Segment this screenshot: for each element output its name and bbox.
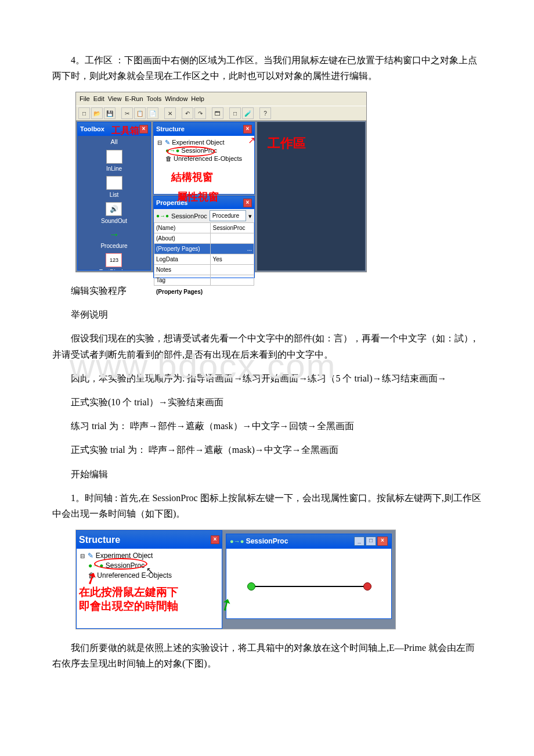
tb-cut[interactable]: ✂ (121, 107, 133, 119)
tb-sep (207, 107, 211, 118)
properties-annotation: 屬性視窗 (177, 188, 219, 206)
workarea-2: ●→● SessionProc _ □ × ➚ (222, 530, 395, 629)
table-row[interactable]: (About) (154, 233, 254, 244)
experiment-icon: ✎ (88, 552, 93, 560)
tb-sep (177, 107, 181, 118)
tb-paste[interactable]: 📄 (147, 107, 158, 119)
table-row-selected[interactable]: (Property Pages)... (154, 244, 254, 254)
tb-help[interactable]: ? (259, 107, 271, 119)
menu-erun[interactable]: E-Run (125, 93, 143, 105)
menu-tools[interactable]: Tools (147, 93, 162, 105)
paragraph-5: 因此，本实验的呈现顺序为: 指导语画面→练习开始画面→练习（5 个 trial)… (52, 370, 482, 386)
toolbox-item-label: TextDisplay (99, 267, 129, 270)
paragraph-9: 开始编辑 (52, 466, 482, 482)
tree-root-label: Experiment Object (172, 139, 224, 146)
toolbox-item-inline[interactable]: ≡ InLine (106, 150, 122, 174)
timeline-canvas[interactable]: ➚ (226, 549, 391, 618)
toolbox-item-soundout[interactable]: 🔊 SoundOut (101, 202, 127, 226)
paragraph-4: 假设我们现在的实验，想请受试者先看一个中文字中的部件(如：言），再看一个中文字（… (52, 330, 482, 362)
menubar: File Edit View E-Run Tools Window Help (76, 92, 366, 106)
table-row[interactable]: Tag (154, 275, 254, 286)
structure-title-text: Structure (79, 532, 120, 548)
timeline-start-dot[interactable] (247, 582, 255, 591)
toolbox-item-label: InLine (106, 164, 122, 174)
table-row[interactable]: (Name)SessionProc (154, 223, 254, 233)
structure-title-text: Structure (156, 124, 185, 135)
dropdown-name: SessionProc (171, 211, 207, 222)
paragraph-10: 1。时间轴 : 首先,在 SessionProc 图标上按鼠标左键一下，会出现属… (52, 490, 482, 521)
tree-sessionproc[interactable]: ●→● SessionProc (157, 146, 251, 154)
tree-root[interactable]: ⊟ ✎ Experiment Object (157, 138, 251, 146)
tb-copy[interactable]: 📋 (134, 107, 146, 119)
paragraph-6: 正式实验(10 个 trial）→实验结束画面 (52, 394, 482, 410)
hint-line-2: 即會出現空的時間軸 (77, 599, 222, 613)
structure-title: Structure × (154, 123, 254, 136)
paragraph-2: 编辑实验程序 (52, 283, 482, 298)
maximize-button[interactable]: □ (366, 537, 376, 546)
menu-file[interactable]: File (80, 93, 90, 105)
table-row[interactable]: LogDataYes (154, 254, 254, 265)
toolbox-item-label: SoundOut (101, 216, 127, 226)
list-icon: ▦ (106, 176, 122, 190)
tree-session-label: SessionProc (106, 561, 145, 570)
tb-open[interactable]: 📂 (91, 107, 103, 119)
toolbar: □ 📂 💾 ✂ 📋 📄 ✕ ↶ ↷ 🗔 □ 🧪 ? (76, 106, 366, 121)
paragraph-1: 4。工作区 ：下图画面中右侧的区域为工作区。当我们用鼠标左键在已放置于结构窗口中… (52, 52, 482, 84)
procedure-icon: ●→● (230, 538, 244, 545)
tb-save[interactable]: 💾 (104, 107, 116, 119)
table-row[interactable]: Notes (154, 265, 254, 275)
procedure-icon: ●→● (88, 561, 104, 570)
toolbox-all-tab[interactable]: All (78, 136, 150, 148)
toolbox-item-list[interactable]: ▦ List (106, 176, 122, 200)
tree-unref-2[interactable]: 🗑 Unreferenced E-Objects (80, 571, 218, 581)
workarea: 工作區 (257, 122, 365, 271)
toolbox-panel: Toolbox × 工具箱 All ≡ InLine ▦ List 🔊 (77, 122, 151, 271)
procedure-icon: ●→● (156, 211, 169, 221)
minimize-button[interactable]: _ (354, 537, 365, 546)
properties-dropdown[interactable]: ●→● SessionProc Procedure ▾ (154, 209, 254, 222)
close-icon[interactable]: × (243, 125, 252, 134)
menu-help[interactable]: Help (191, 93, 204, 105)
timeline-end-dot[interactable] (363, 582, 371, 591)
properties-panel: 屬性視窗 Properties × ●→● SessionProc Proced… (153, 196, 255, 279)
procedure-icon: → (106, 228, 121, 241)
menu-view[interactable]: View (108, 93, 122, 105)
toolbox-item-textdisplay[interactable]: 123 TextDisplay (99, 253, 129, 270)
tb-undo[interactable]: ↶ (182, 107, 193, 119)
toolbox-item-label: Procedure (100, 241, 127, 251)
collapse-icon[interactable]: ⊟ (80, 553, 85, 559)
dropdown-type[interactable]: Procedure (210, 210, 246, 221)
properties-table: (Name)SessionProc (About) (Property Page… (154, 222, 254, 286)
property-pages-footer: (Property Pages) (154, 286, 254, 298)
tb-delete[interactable]: ✕ (164, 107, 176, 119)
collapse-icon[interactable]: ⊟ (157, 139, 162, 146)
chevron-down-icon[interactable]: ▾ (248, 211, 252, 222)
menu-edit[interactable]: Edit (93, 93, 104, 105)
tb-sep (225, 107, 228, 118)
tree-unref[interactable]: 🗑 Unreferenced E-Objects (157, 154, 251, 163)
paragraph-8: 正式实验 trial 为： 哔声→部件→遮蔽（mask)→中文字→全黑画面 (52, 442, 482, 458)
tb-run[interactable]: 🧪 (242, 107, 254, 119)
figure-timeline: Structure × ⊟ ✎ Experiment Object ●→● Se… (75, 530, 396, 629)
hint-line-1: 在此按滑鼠左鍵兩下 (77, 585, 222, 599)
close-icon[interactable]: × (211, 535, 219, 544)
close-icon[interactable]: × (243, 199, 252, 207)
tb-sep (160, 107, 163, 118)
tb-gen[interactable]: □ (229, 107, 241, 119)
toolbox-title-text: Toolbox (80, 124, 104, 135)
trash-icon: 🗑 (88, 571, 95, 579)
structure-panel-2: Structure × ⊟ ✎ Experiment Object ●→● Se… (76, 530, 222, 629)
workarea-annotation: 工作區 (268, 132, 306, 154)
tree-root-2[interactable]: ⊟ ✎ Experiment Object (80, 551, 218, 561)
tb-new[interactable]: □ (78, 107, 90, 119)
close-icon[interactable]: × (139, 125, 148, 134)
arrow-annotation: ↗ (248, 135, 255, 147)
close-button[interactable]: × (377, 537, 388, 546)
tree-sessionproc-2[interactable]: ●→● SessionProc (80, 561, 218, 571)
timeline-line (250, 586, 366, 587)
tb-redo[interactable]: ↷ (194, 107, 206, 119)
toolbox-item-procedure[interactable]: → Procedure (100, 228, 127, 251)
toolbox-title: Toolbox × (78, 123, 150, 136)
menu-window[interactable]: Window (165, 93, 187, 105)
tb-props[interactable]: 🗔 (212, 107, 223, 119)
